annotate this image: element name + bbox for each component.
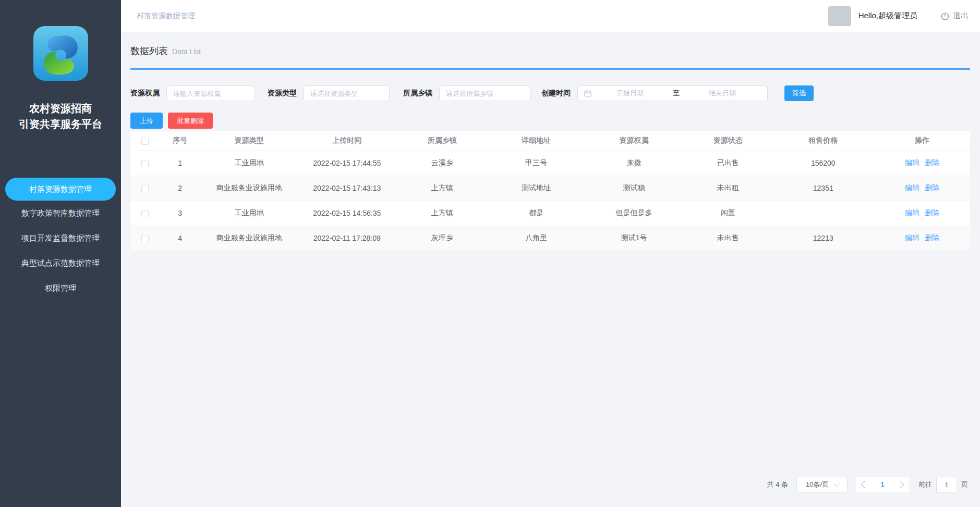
row-checkbox[interactable]: [141, 210, 149, 217]
col-actions: 操作: [874, 131, 970, 151]
cell-price: 12351: [772, 176, 874, 201]
created-time-label: 创建时间: [541, 89, 571, 98]
content: 数据列表 Data List 资源权属 资源类型 所属乡镇 创建时间 开始日期: [121, 32, 980, 507]
chevron-down-icon: [834, 481, 840, 487]
cell-seq: 4: [159, 226, 201, 251]
cell-address: 测试地址: [488, 176, 584, 201]
divider: [130, 68, 970, 70]
page-title-row: 数据列表 Data List: [130, 45, 970, 57]
cell-owner: 来撒: [585, 151, 684, 176]
cell-resource-type: 商业服务业设施用地: [201, 176, 297, 201]
cell-address: 甲三号: [488, 151, 584, 176]
cell-upload-time: 2022-02-11 17:28:09: [297, 226, 396, 251]
prev-page-button[interactable]: [856, 477, 874, 492]
calendar-icon: [584, 90, 591, 97]
page-size-select[interactable]: 10条/页: [796, 477, 848, 492]
cell-price: 156200: [772, 151, 874, 176]
delete-link[interactable]: 删除: [925, 208, 939, 217]
logout-button[interactable]: 退出: [940, 11, 969, 21]
delete-link[interactable]: 删除: [925, 233, 939, 242]
avatar: [828, 6, 851, 26]
cell-price: [772, 201, 874, 226]
col-seq: 序号: [159, 131, 201, 151]
date-range-picker[interactable]: 开始日期 至 结束日期: [577, 85, 768, 101]
type-filter-label: 资源类型: [268, 89, 297, 98]
select-all-checkbox[interactable]: [141, 138, 149, 145]
town-filter-select[interactable]: [439, 85, 531, 101]
sidebar: 农村资源招商 引资共享服务平台 村落资源数据管理 数字政策智库数据管理 项目开发…: [0, 0, 121, 507]
data-table: 序号 资源类型 上传时间 所属乡镇 详细地址 资源权属 资源状态 租售价格 操作: [130, 131, 970, 251]
total-count: 共 4 条: [767, 480, 788, 489]
table-header-row: 序号 资源类型 上传时间 所属乡镇 详细地址 资源权属 资源状态 租售价格 操作: [130, 131, 970, 151]
owner-filter-input[interactable]: [166, 85, 255, 101]
page-number-current[interactable]: 1: [874, 480, 891, 489]
toolbar: 上传 批量删除: [130, 113, 970, 129]
owner-filter-label: 资源权属: [130, 89, 160, 98]
power-icon: [940, 11, 950, 21]
filter-bar: 资源权属 资源类型 所属乡镇 创建时间 开始日期 至 结束日期 筛选: [130, 85, 970, 101]
upload-button[interactable]: 上传: [130, 113, 163, 129]
range-separator: 至: [669, 89, 684, 98]
page-subtitle: Data List: [172, 47, 201, 56]
cell-town: 上方镇: [396, 176, 488, 201]
sidebar-item-project-supervision-data[interactable]: 项目开发监督数据管理: [5, 226, 116, 251]
cell-seq: 2: [159, 176, 201, 201]
sidebar-item-village-resource-data[interactable]: 村落资源数据管理: [5, 178, 116, 201]
cell-status: 未出租: [684, 176, 772, 201]
batch-delete-button[interactable]: 批量删除: [168, 113, 213, 129]
cell-owner: 测试稳: [585, 176, 684, 201]
cell-owner: 但是但是多: [585, 201, 684, 226]
filter-button[interactable]: 筛选: [784, 85, 814, 101]
col-upload-time: 上传时间: [297, 131, 396, 151]
cell-seq: 1: [159, 151, 201, 176]
table-row: 2 商业服务业设施用地 2022-02-15 17:43:13 上方镇 测试地址…: [130, 176, 970, 201]
chevron-right-icon: [897, 481, 904, 488]
cell-owner: 测试1号: [585, 226, 684, 251]
next-page-button[interactable]: [891, 477, 909, 492]
cell-upload-time: 2022-02-15 17:43:13: [297, 176, 396, 201]
town-filter-label: 所属乡镇: [403, 89, 432, 98]
delete-link[interactable]: 删除: [925, 158, 939, 167]
cell-town: 上方镇: [396, 201, 488, 226]
sidebar-item-pilot-demo-data[interactable]: 典型试点示范数据管理: [5, 251, 116, 276]
page-size-value: 10条/页: [806, 480, 829, 489]
col-status: 资源状态: [684, 131, 772, 151]
edit-link[interactable]: 编辑: [905, 208, 919, 217]
row-checkbox[interactable]: [141, 160, 149, 167]
topbar: 村落资源数据管理 Hello,超级管理员 退出: [121, 0, 980, 32]
cell-resource-type: 工业用地: [201, 151, 297, 176]
cell-status: 闲置: [684, 201, 772, 226]
col-owner: 资源权属: [585, 131, 684, 151]
edit-link[interactable]: 编辑: [905, 158, 919, 167]
goto-page-input[interactable]: [936, 477, 957, 492]
cell-town: 灰坪乡: [396, 226, 488, 251]
cell-upload-time: 2022-02-15 14:56:35: [297, 201, 396, 226]
edit-link[interactable]: 编辑: [905, 183, 919, 192]
sidebar-item-permission-management[interactable]: 权限管理: [5, 276, 116, 301]
col-town: 所属乡镇: [396, 131, 488, 151]
user-area: Hello,超级管理员 退出: [828, 6, 969, 26]
type-filter-select[interactable]: [304, 85, 390, 101]
platform-title: 农村资源招商 引资共享服务平台: [19, 101, 102, 132]
row-checkbox[interactable]: [141, 185, 149, 192]
main-area: 村落资源数据管理 Hello,超级管理员 退出 数据列表 Data List: [121, 0, 980, 507]
goto-label: 前往: [918, 480, 932, 489]
chevron-left-icon: [861, 481, 868, 488]
table-row: 4 商业服务业设施用地 2022-02-11 17:28:09 灰坪乡 八角里 …: [130, 226, 970, 251]
user-greeting: Hello,超级管理员: [858, 11, 917, 21]
breadcrumb[interactable]: 村落资源数据管理: [137, 11, 195, 21]
edit-link[interactable]: 编辑: [905, 233, 919, 242]
sidebar-item-digital-policy-data[interactable]: 数字政策智库数据管理: [5, 201, 116, 226]
cell-status: 未出售: [684, 226, 772, 251]
delete-link[interactable]: 删除: [925, 183, 939, 192]
app-window: 农村资源招商 引资共享服务平台 村落资源数据管理 数字政策智库数据管理 项目开发…: [0, 0, 980, 507]
cell-address: 都是: [488, 201, 584, 226]
row-checkbox[interactable]: [141, 235, 149, 242]
start-date-placeholder: 开始日期: [591, 89, 669, 98]
table-row: 1 工业用地 2022-02-15 17:44:55 云溪乡 甲三号 来撒 已出…: [130, 151, 970, 176]
col-resource-type: 资源类型: [201, 131, 297, 151]
page-title: 数据列表: [130, 45, 168, 57]
col-address: 详细地址: [488, 131, 584, 151]
pagination: 共 4 条 10条/页 1 前往 页: [130, 477, 970, 507]
logout-label: 退出: [953, 11, 969, 21]
